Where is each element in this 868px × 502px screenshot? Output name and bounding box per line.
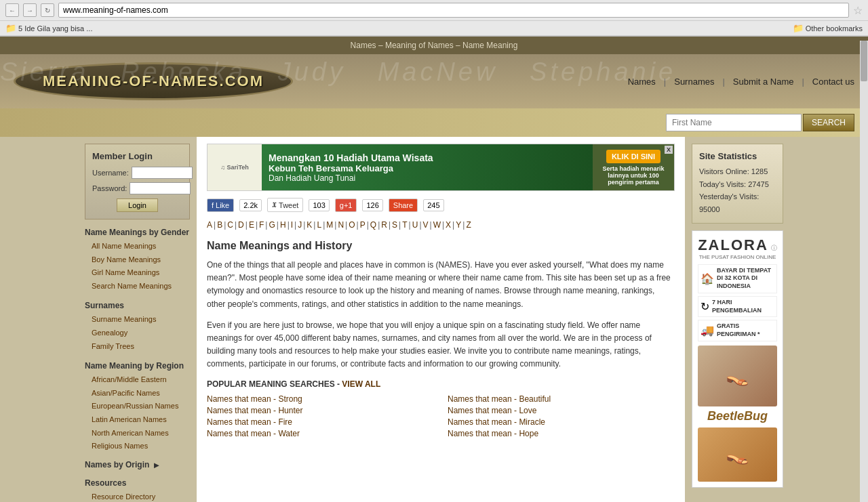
popular-title: POPULAR MEANING SEARCHES - [207,379,340,389]
alpha-c[interactable]: C [227,220,233,230]
popular-link-hope[interactable]: Names that mean - Hope [448,429,675,438]
scrollbar-thumb[interactable] [861,41,867,81]
popular-link-love[interactable]: Names that mean - Love [448,406,675,415]
other-bookmarks[interactable]: 📁 Other bookmarks [793,23,863,33]
alpha-t[interactable]: T [402,220,407,230]
popular-link-water[interactable]: Names that mean - Water [207,429,434,438]
tweet-button[interactable]: 𝖃 Tweet [267,198,303,212]
sidebar-link-religious[interactable]: Religious Names [85,440,190,453]
alpha-j[interactable]: J [298,220,302,230]
password-label: Password: [92,184,127,192]
content-para1: One of the things that all people and pl… [207,259,675,311]
sidebar-link-european[interactable]: European/Russian Names [85,400,190,413]
alpha-k[interactable]: K [307,220,312,230]
zalora-feature3: 🚚 GRATISPENGIRIMAN * [698,320,777,341]
ad-tag: X [665,146,673,154]
gplus-button[interactable]: g+1 [335,198,357,212]
alpha-v[interactable]: V [423,220,429,230]
bookmark-tab[interactable]: 📁 5 Ide Gila yang bisa ... [5,23,92,33]
alpha-n[interactable]: N [338,220,344,230]
password-input[interactable] [130,182,191,194]
popular-header: POPULAR MEANING SEARCHES - VIEW ALL [207,379,675,389]
search-button[interactable]: SEARCH [803,114,854,131]
folder-icon-other: 📁 [793,23,804,33]
bookmark-star[interactable]: ☆ [853,4,863,17]
username-input[interactable] [132,167,193,179]
alpha-r[interactable]: R [381,220,387,230]
hero-section: Sierra Rebecka Judy MacNew Stephanie MEA… [0,54,868,108]
social-bar: f Like 2.2k 𝖃 Tweet 103 g+1 126 Share 24… [207,198,675,212]
popular-links-grid: Names that mean - Strong Names that mean… [207,394,675,438]
tw-icon: 𝖃 [272,201,277,209]
alpha-b[interactable]: B [217,220,222,230]
alpha-x[interactable]: X [446,220,451,230]
bookmarks-bar: 📁 5 Ide Gila yang bisa ... 📁 Other bookm… [0,21,868,36]
username-row: Username: [92,167,182,179]
address-bar[interactable] [58,3,849,18]
alpha-z[interactable]: Z [466,220,471,230]
zalora-ad[interactable]: ZALORA ⓘ THE PUSAT FASHION ONLINE 🏠 BAYA… [692,230,783,488]
scrollbar[interactable] [860,41,868,502]
center-content: ♫ SariTeh Menangkan 10 Hadiah Utama Wisa… [197,137,685,502]
folder-icon: 📁 [5,23,16,33]
popular-link-strong[interactable]: Names that mean - Strong [207,394,434,404]
sidebar-link-african[interactable]: African/Middle Eastern [85,373,190,387]
yesterdays-visits: Yesterday's Visits: 95000 [699,190,776,215]
alpha-g[interactable]: G [269,220,275,230]
alpha-e[interactable]: E [249,220,254,230]
alpha-l[interactable]: L [317,220,321,230]
return-icon: ↻ [701,300,709,313]
sidebar-link-latin[interactable]: Latin American Names [85,413,190,427]
ad-cta[interactable]: KLIK DI SINI Serta hadiah menariklainnya… [593,144,674,190]
sidebar-link-family-trees[interactable]: Family Trees [85,340,190,354]
sidebar-link-boy-names[interactable]: Boy Name Meanings [85,253,190,267]
alpha-a[interactable]: A [207,220,212,230]
top-nav-text: Names – Meaning of Names – Name Meaning [351,41,518,50]
zalora-feature3-text: GRATISPENGIRIMAN * [717,322,760,338]
tweet-count: 103 [309,199,329,211]
ad-text3: Dan Hadiah Uang Tunai [269,173,586,183]
left-sidebar: Member Login Username: Password: Login N… [78,137,197,502]
arrow-right-icon: ► [152,460,161,470]
sidebar-link-search-names[interactable]: Search Name Meanings [85,280,190,293]
section-surnames-title: Surnames [85,301,190,310]
sidebar-link-all-names[interactable]: All Name Meanings [85,240,190,253]
alpha-p[interactable]: P [360,220,366,230]
alpha-i[interactable]: I [291,220,293,230]
zalora-feature2-text: 7 HARIPENGEMBALIAN [712,299,762,314]
popular-link-fire[interactable]: Names that mean - Fire [207,417,434,427]
reload-button[interactable]: ↻ [41,3,54,17]
alpha-y[interactable]: Y [456,220,461,230]
todays-value: 27475 [748,180,769,188]
sidebar-link-genealogy1[interactable]: Genealogy [85,327,190,340]
alpha-m[interactable]: M [326,220,333,230]
sidebar-link-asian[interactable]: Asian/Pacific Names [85,387,190,400]
alpha-s[interactable]: S [392,220,397,230]
popular-link-miracle[interactable]: Names that mean - Miracle [448,417,675,427]
ad-banner[interactable]: ♫ SariTeh Menangkan 10 Hadiah Utama Wisa… [207,144,675,191]
popular-link-hunter[interactable]: Names that mean - Hunter [207,406,434,415]
yesterdays-label: Yesterday's Visits: [699,192,759,201]
sidebar-link-resource-directory[interactable]: Resource Directory [85,490,190,502]
alpha-d[interactable]: D [238,220,244,230]
search-input[interactable] [666,114,802,131]
back-button[interactable]: ← [5,3,19,17]
like-button[interactable]: f Like [207,198,234,212]
alpha-h[interactable]: H [280,220,286,230]
view-all-link[interactable]: VIEW ALL [342,379,380,389]
member-login-title: Member Login [92,151,182,161]
sidebar-link-surname-meanings[interactable]: Surname Meanings [85,313,190,327]
alpha-f[interactable]: F [259,220,264,230]
popular-link-beautiful[interactable]: Names that mean - Beautiful [448,394,675,404]
password-row: Password: [92,182,182,194]
alpha-q[interactable]: Q [370,220,376,230]
alpha-u[interactable]: U [412,220,418,230]
share-button[interactable]: Share [389,198,418,212]
forward-button[interactable]: → [23,3,37,17]
alpha-w[interactable]: W [433,220,441,230]
alpha-o[interactable]: O [349,220,355,230]
sidebar-link-girl-names[interactable]: Girl Name Meanings [85,266,190,280]
login-button[interactable]: Login [117,198,158,212]
right-sidebar: Site Statistics Visitors Online: 1285 To… [685,137,790,502]
sidebar-link-north-american[interactable]: North American Names [85,427,190,440]
